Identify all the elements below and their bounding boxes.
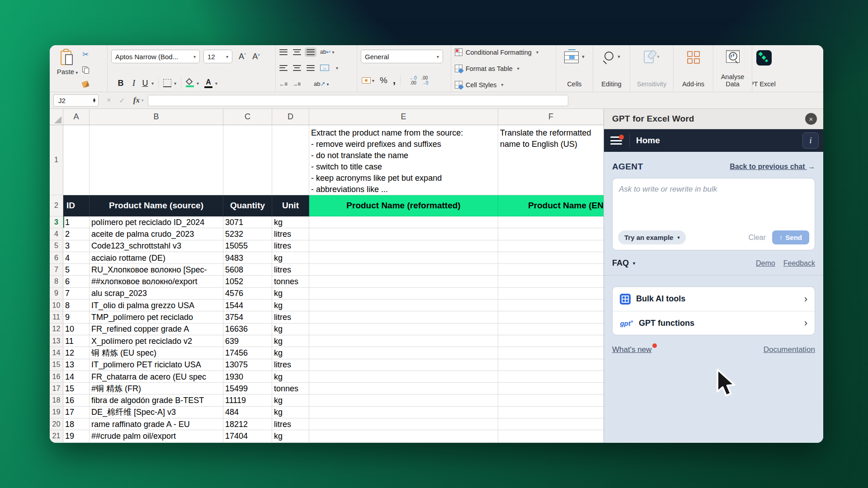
cell-unit[interactable]: litres bbox=[272, 418, 309, 430]
table-row[interactable]: 19 17 DE_棉纤维 [Spec-A] v3 484 kg bbox=[50, 407, 604, 418]
cell-quantity[interactable]: 18212 bbox=[223, 418, 272, 430]
cell-product-name[interactable]: #铜 精炼 (FR) bbox=[90, 383, 223, 394]
cell-product-name[interactable]: RU_Хлопковое волокно [Spec- bbox=[90, 264, 223, 276]
cell-reformatted-empty[interactable] bbox=[309, 276, 498, 287]
close-icon[interactable]: × bbox=[805, 113, 817, 125]
table-row[interactable]: 9 7 alu scrap_2023 4576 kg bbox=[50, 288, 604, 300]
cell-id[interactable]: 15 bbox=[63, 383, 90, 394]
cell-id[interactable]: 11 bbox=[63, 335, 90, 347]
decrease-decimal-button[interactable]: .00→0 bbox=[421, 75, 429, 85]
cell-id[interactable]: 19 bbox=[63, 430, 90, 442]
cell-quantity[interactable]: 5608 bbox=[223, 264, 272, 276]
cell-quantity[interactable]: 1930 bbox=[223, 371, 272, 383]
cell-f1-instructions[interactable]: Translate the reformatted name to Englis… bbox=[498, 125, 604, 195]
cell-quantity[interactable]: 16636 bbox=[223, 324, 272, 335]
cell-quantity[interactable]: 15499 bbox=[223, 383, 272, 394]
chevron-down-icon[interactable]: ▾ bbox=[151, 81, 154, 86]
info-button[interactable]: i bbox=[802, 132, 819, 149]
name-box-stepper[interactable]: ▲▼ bbox=[92, 98, 96, 103]
cell-quantity[interactable]: 11119 bbox=[223, 394, 272, 406]
cell-product-name[interactable]: DE_棉纤维 [Spec-A] v3 bbox=[90, 407, 223, 418]
sheet-row-1[interactable]: 1 Extract the product name from the sour… bbox=[50, 125, 604, 195]
cell-english-empty[interactable] bbox=[498, 335, 604, 347]
cell-english-empty[interactable] bbox=[498, 311, 604, 323]
cell-product-name[interactable]: ##хлопковое волокно/export bbox=[90, 276, 223, 287]
decrease-indent-icon[interactable]: ←≡ bbox=[279, 81, 287, 87]
cell-unit[interactable]: kg bbox=[272, 407, 309, 418]
prompt-input[interactable] bbox=[613, 178, 815, 219]
row-number[interactable]: 12 bbox=[50, 324, 63, 335]
cell-unit[interactable]: kg bbox=[272, 324, 309, 335]
header-cell-product-name-reformatted[interactable]: Product Name (reformatted) bbox=[309, 195, 498, 216]
cell-product-name[interactable]: Code123_schrottstahl v3 bbox=[90, 240, 223, 252]
row-number[interactable]: 4 bbox=[50, 228, 63, 240]
cell-product-name[interactable]: acciaio rottame (DE) bbox=[90, 252, 223, 264]
cell-unit[interactable]: kg bbox=[272, 288, 309, 300]
cell-reformatted-empty[interactable] bbox=[309, 216, 498, 228]
cell-english-empty[interactable] bbox=[498, 216, 604, 228]
cell-english-empty[interactable] bbox=[498, 288, 604, 300]
number-format-select[interactable]: General▾ bbox=[361, 50, 443, 63]
paste-button[interactable]: Paste▾ bbox=[53, 50, 81, 89]
cell-product-name[interactable]: alu scrap_2023 bbox=[90, 288, 223, 300]
cell-reformatted-empty[interactable] bbox=[309, 383, 498, 394]
row-number[interactable]: 10 bbox=[50, 300, 63, 311]
increase-indent-icon[interactable]: →≡ bbox=[292, 81, 300, 87]
table-row[interactable]: 20 18 rame raffinato grade A - EU 18212 … bbox=[50, 418, 604, 430]
header-cell-unit[interactable]: Unit bbox=[272, 195, 309, 216]
cell-quantity[interactable]: 3071 bbox=[223, 216, 272, 228]
menu-icon[interactable] bbox=[610, 136, 622, 145]
cell-reformatted-empty[interactable] bbox=[309, 371, 498, 383]
cell-english-empty[interactable] bbox=[498, 228, 604, 240]
cell-english-empty[interactable] bbox=[498, 394, 604, 406]
row-number[interactable]: 17 bbox=[50, 383, 63, 394]
gpt-for-excel-group[interactable]: GPT Excel W bbox=[752, 45, 776, 92]
cell-quantity[interactable]: 3754 bbox=[223, 311, 272, 323]
feedback-link[interactable]: Feedback bbox=[783, 259, 815, 267]
bold-button[interactable]: B bbox=[114, 79, 127, 88]
chevron-down-icon[interactable]: ▾ bbox=[197, 81, 199, 86]
cell-english-empty[interactable] bbox=[498, 300, 604, 311]
chevron-down-icon[interactable]: ▾ bbox=[372, 78, 374, 83]
cell-id[interactable]: 13 bbox=[63, 359, 90, 371]
increase-font-button[interactable]: A^ bbox=[239, 52, 246, 61]
cell-unit[interactable]: kg bbox=[272, 371, 309, 383]
row-number[interactable]: 5 bbox=[50, 240, 63, 252]
row-number[interactable]: 15 bbox=[50, 359, 63, 371]
cell-unit[interactable]: kg bbox=[272, 430, 309, 442]
cell-english-empty[interactable] bbox=[498, 264, 604, 276]
align-right-icon[interactable] bbox=[307, 65, 315, 71]
row-number[interactable]: 6 bbox=[50, 252, 63, 264]
cell-id[interactable]: 5 bbox=[63, 264, 90, 276]
cell-product-name[interactable]: X_polímero pet reciclado v2 bbox=[90, 335, 223, 347]
orientation-icon[interactable]: ab↗▾ bbox=[314, 80, 329, 87]
cell-english-empty[interactable] bbox=[498, 359, 604, 371]
cell-english-empty[interactable] bbox=[498, 383, 604, 394]
cell-id[interactable]: 18 bbox=[63, 418, 90, 430]
cell-reformatted-empty[interactable] bbox=[309, 430, 498, 442]
select-all-corner[interactable] bbox=[50, 109, 63, 125]
cell-english-empty[interactable] bbox=[498, 347, 604, 359]
cell-english-empty[interactable] bbox=[498, 324, 604, 335]
format-painter-icon[interactable] bbox=[81, 80, 90, 88]
row-number[interactable]: 20 bbox=[50, 418, 63, 430]
cell-reformatted-empty[interactable] bbox=[309, 300, 498, 311]
cell-id[interactable]: 1 bbox=[63, 216, 90, 228]
row-number[interactable]: 3 bbox=[50, 216, 63, 228]
merge-center-icon[interactable]: ↔ bbox=[320, 65, 329, 71]
cell-reformatted-empty[interactable] bbox=[309, 359, 498, 371]
cell-id[interactable]: 9 bbox=[63, 311, 90, 323]
table-row[interactable]: 10 8 IT_olio di palma grezzo USA 1544 kg bbox=[50, 300, 604, 311]
cell-unit[interactable]: litres bbox=[272, 264, 309, 276]
sensitivity-group[interactable]: ▾ Sensitivity bbox=[630, 45, 674, 92]
whats-new-link[interactable]: What's new bbox=[612, 345, 651, 354]
cell-english-empty[interactable] bbox=[498, 418, 604, 430]
cell-reformatted-empty[interactable] bbox=[309, 324, 498, 335]
cell-id[interactable]: 3 bbox=[63, 240, 90, 252]
row-number[interactable]: 18 bbox=[50, 394, 63, 406]
header-cell-product-name-english[interactable]: Product Name (EN bbox=[498, 195, 604, 216]
confirm-icon[interactable]: ✓ bbox=[119, 96, 125, 105]
table-row[interactable]: 8 6 ##хлопковое волокно/export 1052 tonn… bbox=[50, 276, 604, 287]
column-header-b[interactable]: B bbox=[90, 109, 223, 125]
cell-id[interactable]: 4 bbox=[63, 252, 90, 264]
